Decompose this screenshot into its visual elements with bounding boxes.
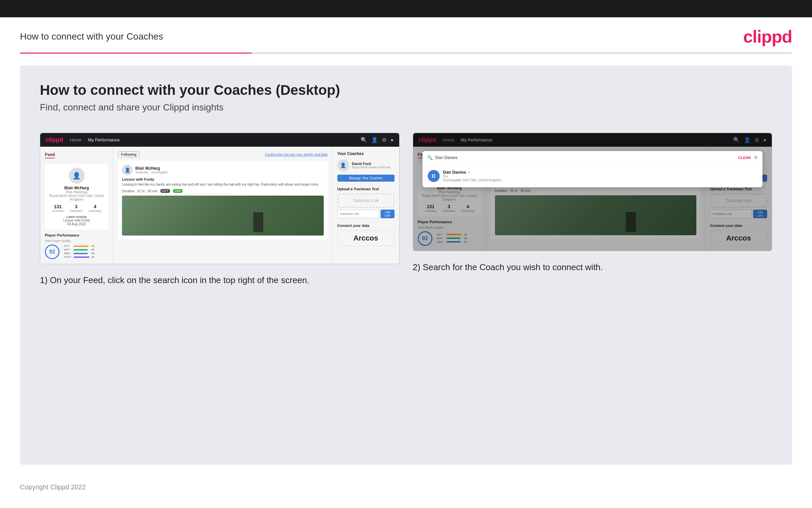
app-logo-2: clippd [419, 136, 436, 143]
settings-icon-2[interactable]: ⚙ [755, 137, 759, 143]
stat-activities: 131 Activities [52, 204, 64, 213]
search-panel-top: 🔍 Dan Davies CLEAR ✕ [423, 151, 763, 164]
latest-activity-label: Latest Activity [49, 215, 104, 219]
stats-row: 131 Activities 3 Followers 4 Following [49, 204, 104, 213]
avatar-icon[interactable]: ● [390, 137, 394, 143]
screenshots-row: clippd Home My Performance 🔍 👤 ⚙ ● [40, 133, 772, 286]
logo: clippd [743, 27, 792, 47]
add-link-button[interactable]: Add Link [381, 210, 394, 218]
player-perf-title: Player Performance [45, 233, 108, 237]
result-club: Sunningdale Golf Club, United Kingdom [443, 178, 502, 182]
stat-followers-num: 3 [70, 204, 83, 209]
upload-title: Upload a Trackman Test [337, 187, 394, 191]
search-result-list: D Dan Davies ✓ Pro Sunningdale Golf Club… [423, 164, 763, 187]
footer: Copyright Clippd 2022 [0, 477, 812, 498]
bar-arg: ARG 86 [64, 252, 94, 255]
search-panel-icon: 🔍 [427, 155, 433, 160]
profile-club: Royal North Devon Golf Club, United King… [49, 194, 104, 201]
coach-name-1: David Ford [352, 162, 390, 166]
screenshot-1: clippd Home My Performance 🔍 👤 ⚙ ● [40, 133, 399, 264]
nav-home[interactable]: Home [70, 137, 82, 142]
latest-activity-date: 03 Aug 2022 [49, 222, 104, 226]
post-image [122, 196, 324, 236]
feed-label: Feed [45, 152, 55, 158]
control-link[interactable]: Control who can see your activity and da… [265, 153, 327, 156]
tag-app: APP [173, 189, 183, 193]
connect-title: Connect your data [337, 223, 394, 227]
search-input-display[interactable]: Dan Davies [435, 155, 736, 160]
top-bar [0, 0, 812, 17]
app-logo: clippd [46, 136, 63, 143]
coach-info-1: David Ford Royal North Devon Golf Club [352, 162, 390, 169]
result-avatar-dan: D [428, 170, 440, 182]
screenshot-2: clippd Home My Performance 🔍 👤 ⚙ ● [413, 133, 772, 251]
duration-value: 01 hr : 30 min [137, 189, 157, 193]
nav-home-2[interactable]: Home [443, 137, 455, 142]
result-role: Pro [443, 175, 502, 178]
main-content: How to connect with your Coaches (Deskto… [20, 66, 792, 465]
trackman-input[interactable] [337, 210, 379, 218]
stat-activities-num: 131 [52, 204, 64, 209]
header: How to connect with your Coaches clippd [0, 17, 812, 52]
header-divider [20, 52, 792, 53]
latest-activity-value: Lesson with Fordy [49, 219, 104, 222]
post-meta: Yesterday · Sunningdale [135, 171, 168, 174]
search-icon[interactable]: 🔍 [361, 137, 367, 143]
section-subtitle: Find, connect and share your Clippd insi… [40, 102, 772, 113]
post-user: 👤 Blair McHarg Yesterday · Sunningdale [122, 165, 324, 175]
latest-activity-section: Latest Activity Lesson with Fordy 03 Aug… [49, 215, 104, 226]
step-2-desc: 2) Search for the Coach you wish to conn… [413, 261, 772, 273]
coach-item-1: 👤 David Ford Royal North Devon Golf Club [337, 159, 394, 171]
stat-following-label: Following [89, 209, 101, 213]
stat-followers-label: Followers [70, 209, 83, 213]
tag-ott: OTT [160, 189, 170, 193]
stats-row-2: 131 Activities 3 Followers 4 [422, 204, 477, 213]
post-user-name: Blair McHarg [135, 166, 168, 171]
screenshot-col-2: clippd Home My Performance 🔍 👤 ⚙ ● [413, 133, 772, 286]
avatar-icon-2[interactable]: ● [763, 137, 766, 143]
duration-row: Duration 01 hr : 30 min OTT APP [122, 189, 324, 193]
post-title: Lesson with Fordy [122, 177, 324, 181]
following-row: Following Control who can see your activ… [118, 152, 328, 157]
coaches-title: Your Coaches [337, 152, 394, 156]
stat-activities-2: 131 Activities [425, 204, 437, 213]
nav-my-performance[interactable]: My Performance [88, 137, 120, 142]
golfer-figure [253, 212, 263, 232]
feed-sidebar: Feed 👤 Blair McHarg Plus Handicap Royal … [40, 147, 113, 264]
profile-card: 👤 Blair McHarg Plus Handicap Royal North… [45, 164, 108, 230]
stat-followers-2: 3 Followers [442, 204, 456, 213]
app-nav-bar-2: clippd Home My Performance 🔍 👤 ⚙ ● [413, 133, 772, 147]
clear-button[interactable]: CLEAR [738, 156, 751, 160]
coach-avatar-1: 👤 [337, 159, 349, 171]
post-body: Looking to feel like my hands are exitin… [122, 183, 324, 186]
score-circle: 92 [45, 245, 59, 259]
settings-icon[interactable]: ⚙ [382, 137, 387, 143]
search-result-dan-davies[interactable]: D Dan Davies ✓ Pro Sunningdale Golf Club… [425, 167, 760, 185]
feed-main: Following Control who can see your activ… [113, 147, 333, 264]
copyright: Copyright Clippd 2022 [20, 483, 86, 491]
close-search-button[interactable]: ✕ [754, 154, 758, 161]
user-icon-2[interactable]: 👤 [744, 137, 751, 143]
nav-icons-group-2: 🔍 👤 ⚙ ● [733, 137, 766, 143]
profile-avatar: 👤 [69, 168, 85, 184]
result-name: Dan Davies [443, 170, 466, 175]
user-icon[interactable]: 👤 [371, 137, 378, 143]
app-nav-bar: clippd Home My Performance 🔍 👤 ⚙ ● [40, 133, 399, 147]
app-content: Feed 👤 Blair McHarg Plus Handicap Royal … [40, 147, 399, 264]
post-avatar: 👤 [122, 165, 133, 175]
search-icon-2[interactable]: 🔍 [733, 137, 740, 143]
search-panel: 🔍 Dan Davies CLEAR ✕ D Dan Davies [423, 151, 763, 187]
stat-followers: 3 Followers [70, 204, 83, 213]
stat-following-num: 4 [89, 204, 101, 209]
post-user-info: Blair McHarg Yesterday · Sunningdale [135, 166, 168, 174]
following-button[interactable]: Following [118, 152, 139, 157]
bar-ott: OTT 90 [64, 245, 94, 248]
app-navigation: clippd Home My Performance 🔍 👤 ⚙ ● [40, 133, 399, 147]
trackman-input-row: Add Link [337, 210, 394, 218]
result-info: Dan Davies ✓ Pro Sunningdale Golf Club, … [443, 170, 502, 182]
nav-my-performance-2[interactable]: My Performance [461, 137, 492, 142]
bar-app: APP 85 [64, 248, 94, 251]
stat-following: 4 Following [89, 204, 101, 213]
manage-coaches-button[interactable]: Manage Your Coaches [337, 175, 394, 182]
perf-row: 92 OTT 90 APP [45, 245, 108, 259]
